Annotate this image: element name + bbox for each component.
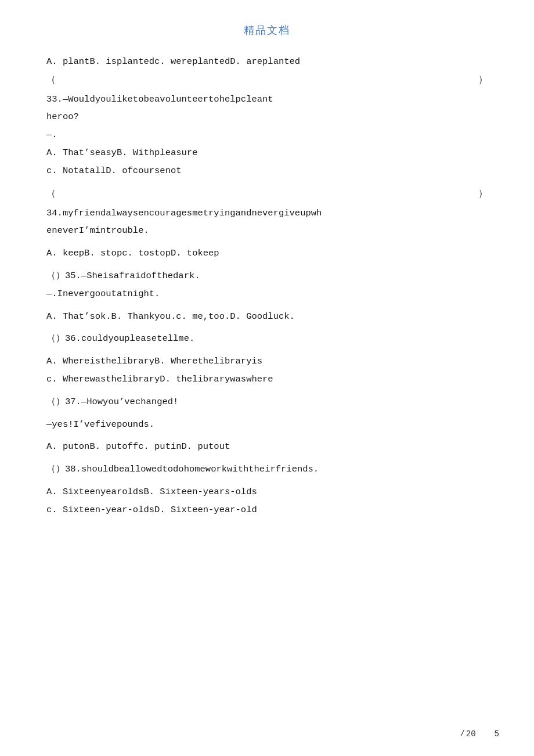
line-q35b: —.Inevergooutatnight. bbox=[46, 287, 488, 301]
line-a33b: c. NotatallD. ofcoursenot bbox=[46, 164, 488, 178]
blank-line-1: （ ） bbox=[46, 73, 488, 89]
line-q33c: —. bbox=[46, 128, 488, 142]
line-q33: 33.—Wouldyouliketobeavolunteertohelpclea… bbox=[46, 92, 488, 107]
line-a38b: c. Sixteen-year-oldsD. Sixteen-year-old bbox=[46, 503, 488, 517]
line-a36a: A. WhereisthelibraryB. Wherethelibraryis bbox=[46, 354, 488, 369]
line-a35: A. That’sok.B. Thankyou.c. me,too.D. Goo… bbox=[46, 309, 488, 324]
line-q35: （）35.—Sheisafraidofthedark. bbox=[46, 269, 488, 283]
line-a33a: A. That’seasyB. Withpleasure bbox=[46, 146, 488, 160]
blank-line-2: （ ） bbox=[46, 186, 488, 203]
page-title: 精品文档 bbox=[46, 23, 488, 37]
line-a36b: c. WherewasthelibraryD. thelibrarywaswhe… bbox=[46, 372, 488, 387]
line-q34b: eneverI’mintrouble. bbox=[46, 224, 488, 238]
line-1: A. plantB. isplantedc. wereplantedD. are… bbox=[46, 55, 488, 69]
line-a38a: A. SixteenyearoldsB. Sixteen-years-olds bbox=[46, 485, 488, 499]
line-q37b: —yes!I’vefivepounds. bbox=[46, 417, 488, 432]
line-q36: （）36.couldyoupleasetellme. bbox=[46, 332, 488, 346]
line-q34: 34.myfriendalwaysencouragesmetryingandne… bbox=[46, 206, 488, 221]
footer-total: 20 bbox=[466, 729, 476, 739]
footer-slash: / bbox=[460, 729, 464, 739]
page-footer: / 20 5 bbox=[460, 729, 499, 739]
line-q33b: heroo? bbox=[46, 110, 488, 124]
line-a37: A. putonB. putoffc. putinD. putout bbox=[46, 440, 488, 454]
line-q38: （）38.shouldbeallowedtodohomeworkwiththei… bbox=[46, 462, 488, 477]
line-q37: （）37.—Howyou’vechanged! bbox=[46, 395, 488, 409]
line-a34: A. keepB. stopc. tostopD. tokeep bbox=[46, 246, 488, 261]
footer-page: 5 bbox=[495, 729, 499, 739]
